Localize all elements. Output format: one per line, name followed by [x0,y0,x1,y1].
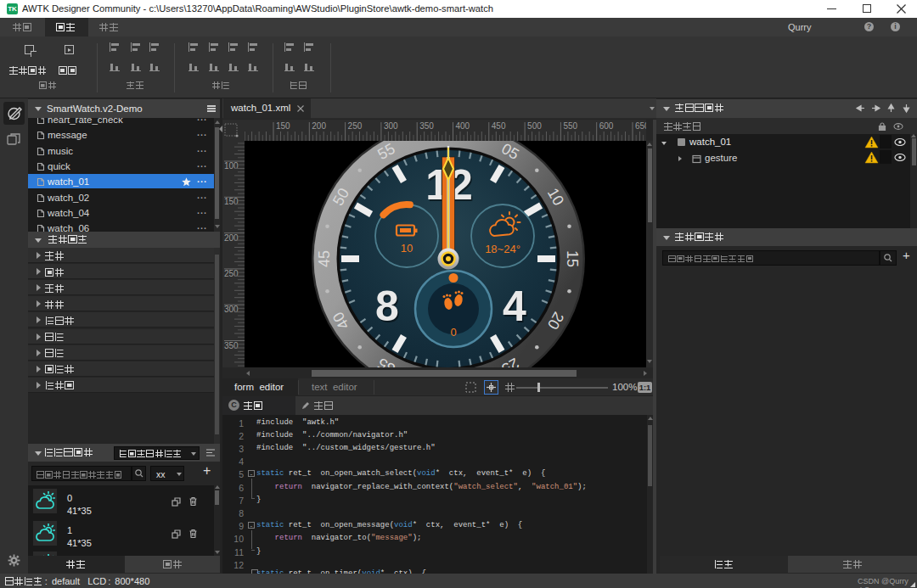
svg-text:150: 150 [224,197,239,206]
svg-text:350: 350 [224,341,239,350]
svg-text:8: 8 [375,283,399,330]
svg-text:350: 350 [419,121,434,131]
svg-text:450: 450 [492,121,506,131]
svg-text:100: 100 [224,161,239,171]
svg-text:250: 250 [348,121,363,131]
svg-text:4: 4 [503,283,526,330]
svg-text:600: 600 [599,121,614,131]
svg-text:650: 650 [635,121,646,131]
svg-text:500: 500 [527,121,542,131]
svg-text:18~24°: 18~24° [485,243,520,255]
svg-text:200: 200 [312,121,326,131]
svg-text:45: 45 [316,250,333,267]
svg-text:550: 550 [563,121,577,131]
svg-text:15: 15 [564,250,581,267]
svg-text:200: 200 [224,233,239,243]
svg-text:250: 250 [224,269,239,278]
svg-text:150: 150 [276,121,290,131]
svg-text:400: 400 [456,121,470,131]
svg-text:0: 0 [450,326,456,339]
svg-text:10: 10 [401,242,413,255]
svg-text:300: 300 [384,121,398,131]
svg-text:300: 300 [224,305,239,314]
